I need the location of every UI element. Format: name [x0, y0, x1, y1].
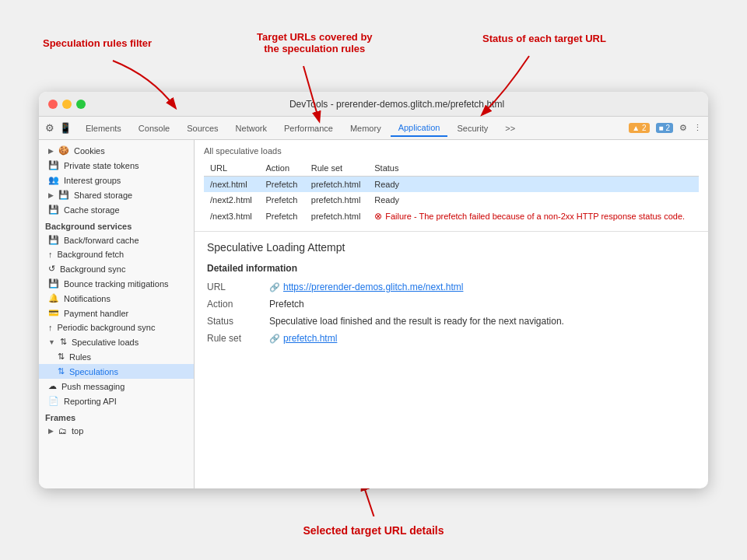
browser-window: DevTools - prerender-demos.glitch.me/pre…: [39, 92, 708, 488]
annotation-text: Speculation rules filter: [43, 37, 152, 49]
sidebar-item-reporting-api[interactable]: 📄 Reporting API: [39, 394, 194, 408]
expand-icon: ▶: [48, 147, 54, 155]
expand-icon: ▶: [48, 191, 54, 199]
more-icon[interactable]: ⋮: [693, 123, 702, 133]
sidebar-item-cookies[interactable]: ▶ 🍪 Cookies: [39, 143, 194, 158]
detail-field-value[interactable]: 🔗prefetch.html: [269, 333, 696, 344]
tab-security[interactable]: Security: [449, 121, 496, 136]
sidebar-label: Background fetch: [58, 250, 124, 259]
settings-icon[interactable]: ⚙: [679, 123, 687, 133]
detail-row: ActionPrefetch: [207, 299, 696, 310]
sidebar-item-top-frame[interactable]: ▶ 🗂 top: [39, 424, 194, 438]
cache-icon: 💾: [48, 235, 59, 245]
sidebar-item-cache-storage[interactable]: 💾 Cache storage: [39, 202, 194, 217]
detail-field-label: URL: [207, 282, 269, 292]
sidebar-label: Interest groups: [64, 176, 121, 185]
tracking-icon: 💾: [48, 278, 59, 289]
table-row[interactable]: /next.htmlPrefetchprefetch.htmlReady: [204, 177, 699, 193]
right-panel: All speculative loads URL Action Rule se…: [195, 140, 708, 488]
cell-url: /next.html: [204, 177, 259, 193]
sidebar-label: Cache storage: [64, 205, 120, 215]
sidebar-label: Back/forward cache: [64, 236, 139, 245]
cell-ruleset: prefetch.html: [305, 192, 368, 208]
cell-ruleset: prefetch.html: [305, 208, 368, 225]
sidebar-item-push-messaging[interactable]: ☁ Push messaging: [39, 379, 194, 394]
storage-icon: 💾: [48, 160, 59, 170]
sidebar-item-interest-groups[interactable]: 👥 Interest groups: [39, 173, 194, 187]
sidebar-item-shared-storage[interactable]: ▶ 💾 Shared storage: [39, 187, 194, 202]
maximize-button[interactable]: [76, 100, 86, 109]
devtools-icon: ⚙: [45, 122, 54, 134]
annotation-bottom: Selected target URL details: [303, 524, 444, 537]
detail-field-label: Rule set: [207, 333, 269, 344]
tab-sources[interactable]: Sources: [179, 121, 226, 136]
sidebar-item-speculations[interactable]: ⇅ Speculations: [39, 364, 194, 379]
rules-icon: ⇅: [58, 352, 65, 362]
tab-performance[interactable]: Performance: [276, 121, 341, 136]
sidebar-item-background-sync[interactable]: ↺ Background sync: [39, 261, 194, 276]
detail-field-value[interactable]: 🔗https://prerender-demos.glitch.me/next.…: [269, 282, 696, 292]
detail-field-label: Status: [207, 316, 269, 327]
sidebar-label: top: [72, 426, 83, 436]
link-icon: 🔗: [269, 334, 280, 343]
annotation-text: Status of each target URL: [482, 33, 606, 44]
window-title: DevTools - prerender-demos.glitch.me/pre…: [95, 99, 699, 110]
detail-link[interactable]: https://prerender-demos.glitch.me/next.h…: [283, 282, 463, 292]
tab-bar: ⚙ 📱 Elements Console Sources Network Per…: [39, 117, 708, 140]
cell-ruleset: prefetch.html: [305, 177, 368, 193]
frame-icon: 🗂: [58, 426, 67, 436]
sidebar-item-notifications[interactable]: 🔔 Notifications: [39, 291, 194, 306]
sidebar-item-bounce-tracking[interactable]: 💾 Bounce tracking mitigations: [39, 276, 194, 291]
detail-title: Speculative Loading Attempt: [207, 241, 696, 254]
all-loads-label: All speculative loads: [204, 146, 699, 156]
col-url: URL: [204, 160, 259, 177]
report-icon: 📄: [48, 396, 59, 406]
minimize-button[interactable]: [62, 100, 72, 109]
speculations-icon: ⇅: [58, 366, 65, 376]
cloud-icon: ☁: [48, 381, 57, 391]
title-bar: DevTools - prerender-demos.glitch.me/pre…: [39, 92, 708, 117]
close-button[interactable]: [48, 100, 58, 109]
table-row[interactable]: /next2.htmlPrefetchprefetch.htmlReady: [204, 192, 699, 208]
sidebar-label: Cookies: [74, 146, 105, 156]
cache-icon: 💾: [48, 205, 59, 215]
sidebar-item-private-state[interactable]: 💾 Private state tokens: [39, 158, 194, 173]
sync-icon: ↺: [48, 264, 55, 274]
devtools-icon2: 📱: [59, 122, 72, 134]
sidebar-label: Notifications: [64, 294, 110, 303]
cell-status: Ready: [368, 177, 699, 193]
sidebar-item-speculative-loads[interactable]: ▼ ⇅ Speculative loads: [39, 334, 194, 349]
tab-elements[interactable]: Elements: [78, 121, 129, 136]
sidebar-label: Private state tokens: [64, 161, 139, 170]
detail-link[interactable]: prefetch.html: [283, 333, 337, 344]
expand-icon: ▶: [48, 427, 54, 435]
table-area: All speculative loads URL Action Rule se…: [195, 140, 708, 232]
main-content: ▶ 🍪 Cookies 💾 Private state tokens 👥 Int…: [39, 140, 708, 488]
sidebar-label: Rules: [69, 352, 91, 362]
table-row[interactable]: /next3.htmlPrefetchprefetch.html⊗ Failur…: [204, 208, 699, 225]
section-frames: Frames: [39, 408, 194, 424]
tab-network[interactable]: Network: [228, 121, 275, 136]
tab-console[interactable]: Console: [131, 121, 177, 136]
sidebar-item-payment-handler[interactable]: 💳 Payment handler: [39, 306, 194, 320]
section-background-services: Background services: [39, 217, 194, 233]
detail-field-label: Action: [207, 299, 269, 310]
cell-action: Prefetch: [259, 208, 304, 225]
sidebar-label: Reporting API: [64, 397, 117, 406]
tab-more[interactable]: >>: [497, 121, 523, 136]
tab-application[interactable]: Application: [391, 120, 448, 137]
detail-fields: URL🔗https://prerender-demos.glitch.me/ne…: [207, 282, 696, 344]
speculative-icon: ⇅: [60, 337, 67, 347]
col-action: Action: [259, 160, 304, 177]
sidebar-item-background-fetch[interactable]: ↑ Background fetch: [39, 247, 194, 261]
sidebar-item-rules[interactable]: ⇅ Rules: [39, 349, 194, 364]
sidebar-item-back-forward-cache[interactable]: 💾 Back/forward cache: [39, 233, 194, 247]
tab-memory[interactable]: Memory: [342, 121, 389, 136]
detail-row: Rule set🔗prefetch.html: [207, 333, 696, 344]
detail-field-value: Prefetch: [269, 299, 696, 310]
col-status: Status: [368, 160, 699, 177]
sidebar-item-periodic-bg-sync[interactable]: ↑ Periodic background sync: [39, 320, 194, 334]
storage-icon: 💾: [58, 190, 69, 200]
cell-status: ⊗ Failure - The prefetch failed because …: [368, 208, 699, 225]
detail-row: URL🔗https://prerender-demos.glitch.me/ne…: [207, 282, 696, 292]
